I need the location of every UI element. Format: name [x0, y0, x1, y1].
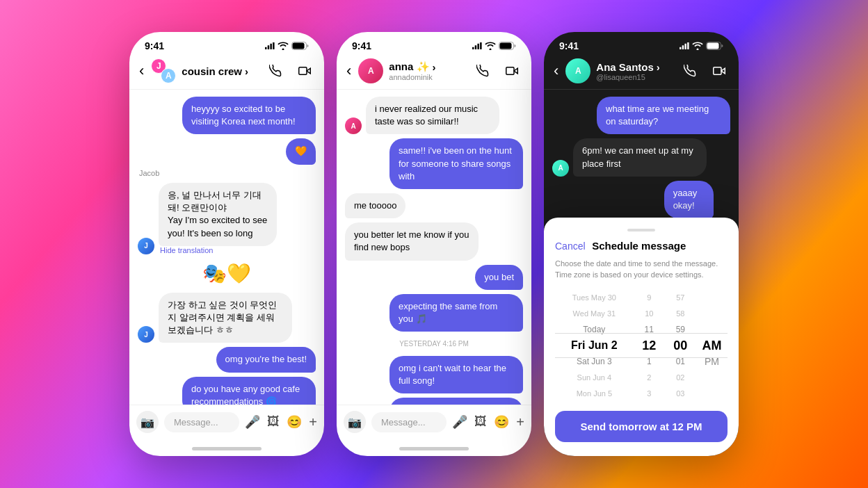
phone-call-button-1[interactable]: [266, 61, 285, 81]
picker-day-item[interactable]: Sat Jun 3: [555, 353, 634, 369]
wifi-icon-3: [692, 42, 703, 50]
camera-button-2[interactable]: 📷: [344, 411, 366, 433]
picker-hour-item-selected[interactable]: 12: [634, 338, 665, 354]
svg-rect-17: [680, 47, 681, 49]
photo-icon[interactable]: 🖼: [267, 414, 280, 430]
svg-rect-10: [477, 44, 479, 49]
picker-min-item[interactable]: 58: [665, 306, 696, 322]
message-bubble: 🎭💛: [201, 259, 252, 288]
send-schedule-button[interactable]: Send tomorrow at 12 PM: [555, 411, 728, 442]
add-icon[interactable]: +: [309, 414, 317, 430]
svg-rect-11: [480, 42, 481, 49]
svg-rect-0: [265, 47, 266, 49]
picker-col-hour[interactable]: 9 10 11 12 1 2 3: [634, 290, 665, 401]
message-bubble: omg i can't wait to hear the full song!: [389, 356, 523, 393]
picker-col-day[interactable]: Tues May 30 Wed May 31 Today Fri Jun 2 S…: [555, 290, 634, 401]
message-bubble: me tooooo: [345, 193, 405, 218]
picker-ampm-item-selected[interactable]: AM: [696, 338, 728, 354]
msg-row: 🧡: [138, 138, 316, 165]
video-call-button-2[interactable]: [502, 61, 522, 81]
svg-rect-7: [299, 67, 307, 75]
mic-icon[interactable]: 🎤: [245, 414, 260, 430]
msg-row: omg you're the best!: [138, 347, 316, 372]
video-call-button-1[interactable]: [295, 61, 314, 81]
msg-row: JENNIE and Doechii is so sick: [345, 398, 523, 405]
phone-call-button-2[interactable]: [473, 61, 492, 81]
phone-1: 9:41 ‹ J A: [129, 32, 324, 456]
picker-col-min[interactable]: 57 58 59 00 01 02 03: [665, 290, 696, 401]
picker-hour-item[interactable]: 10: [634, 306, 665, 322]
time-picker[interactable]: Tues May 30 Wed May 31 Today Fri Jun 2 S…: [555, 290, 728, 401]
avatar-3: A: [565, 58, 590, 83]
input-icons-2: 🎤 🖼 😊 +: [452, 414, 524, 430]
camera-button-1[interactable]: 📷: [136, 411, 159, 433]
home-indicator-2: [399, 447, 469, 450]
message-bubble: same!! i've been on the hunt for someone…: [389, 138, 523, 189]
mic-icon-2[interactable]: 🎤: [452, 414, 467, 430]
header-info-3: Ana Santos › @lisaqueen15: [596, 61, 675, 81]
picker-min-item[interactable]: 03: [665, 385, 696, 401]
msg-row: you bet: [345, 265, 523, 290]
picker-min-item[interactable]: 01: [665, 353, 696, 369]
msg-row: me tooooo: [345, 193, 523, 218]
sticker-icon[interactable]: 😊: [287, 414, 302, 430]
message-bubble: omg you're the best!: [216, 347, 316, 372]
picker-col-ampm[interactable]: AM PM: [696, 290, 728, 401]
back-button-3[interactable]: ‹: [554, 62, 560, 80]
msg-row: what time are we meeting on saturday?: [552, 97, 730, 134]
svg-rect-5: [293, 43, 305, 49]
phone-call-button-3[interactable]: [680, 61, 700, 81]
battery-icon-2: [499, 42, 516, 50]
picker-ampm-item[interactable]: [696, 385, 728, 401]
picker-day-item-selected[interactable]: Fri Jun 2: [555, 338, 634, 354]
modal-cancel-button[interactable]: Cancel: [555, 241, 586, 252]
avatar: A: [345, 117, 362, 134]
input-bar-1: 📷 Message... 🎤 🖼 😊 +: [129, 405, 324, 444]
header-info-2: anna ✨ › annadominik: [389, 60, 467, 81]
svg-rect-8: [472, 47, 474, 49]
add-icon-2[interactable]: +: [516, 414, 524, 430]
header-name-2: anna ✨ ›: [389, 60, 467, 73]
message-input-1[interactable]: Message...: [164, 412, 239, 432]
back-button-2[interactable]: ‹: [346, 62, 353, 80]
sticker-icon-2[interactable]: 😊: [494, 414, 509, 430]
photo-icon-2[interactable]: 🖼: [474, 414, 487, 430]
picker-day-item[interactable]: Sun Jun 4: [555, 369, 634, 385]
picker-ampm-item[interactable]: [696, 290, 728, 306]
picker-hour-item[interactable]: 9: [634, 290, 665, 306]
picker-min-item-selected[interactable]: 00: [665, 338, 696, 354]
picker-min-item[interactable]: 59: [665, 322, 696, 338]
picker-day-item[interactable]: Wed May 31: [555, 306, 634, 322]
back-button-1[interactable]: ‹: [139, 62, 145, 80]
modal-handle: [627, 229, 655, 231]
picker-hour-item[interactable]: 1: [634, 353, 665, 369]
translate-link[interactable]: Hide translation: [159, 246, 316, 254]
picker-min-item[interactable]: 02: [665, 369, 696, 385]
svg-rect-1: [268, 45, 269, 49]
picker-day-item[interactable]: Mon Jun 5: [555, 385, 634, 401]
picker-ampm-item[interactable]: PM: [696, 353, 728, 369]
header-chevron-3: ›: [657, 61, 660, 73]
signal-icon-2: [472, 42, 482, 49]
picker-hour-item[interactable]: 2: [634, 369, 665, 385]
picker-ampm-item[interactable]: [696, 306, 728, 322]
picker-ampm-item[interactable]: [696, 322, 728, 338]
picker-ampm-item[interactable]: [696, 369, 728, 385]
header-name-1: cousin crew ›: [182, 65, 260, 77]
avatar: A: [552, 160, 569, 177]
status-time-2: 9:41: [352, 40, 371, 51]
msg-row: you better let me know if you find new b…: [345, 222, 523, 260]
svg-rect-18: [682, 45, 684, 49]
message-input-2[interactable]: Message...: [371, 412, 447, 432]
picker-day-item[interactable]: Tues May 30: [555, 290, 634, 306]
picker-hour-item[interactable]: 11: [634, 322, 665, 338]
chat-header-1: ‹ J A cousin crew ›: [129, 54, 324, 90]
picker-min-item[interactable]: 57: [665, 290, 696, 306]
header-emoji-1: ›: [245, 65, 248, 77]
picker-day-item[interactable]: Today: [555, 322, 634, 338]
video-call-button-3[interactable]: [709, 61, 729, 81]
svg-rect-20: [687, 42, 689, 49]
message-bubble: 🧡: [286, 138, 316, 165]
picker-hour-item[interactable]: 3: [634, 385, 665, 401]
message-bubble: yaaay okay!: [664, 181, 714, 218]
